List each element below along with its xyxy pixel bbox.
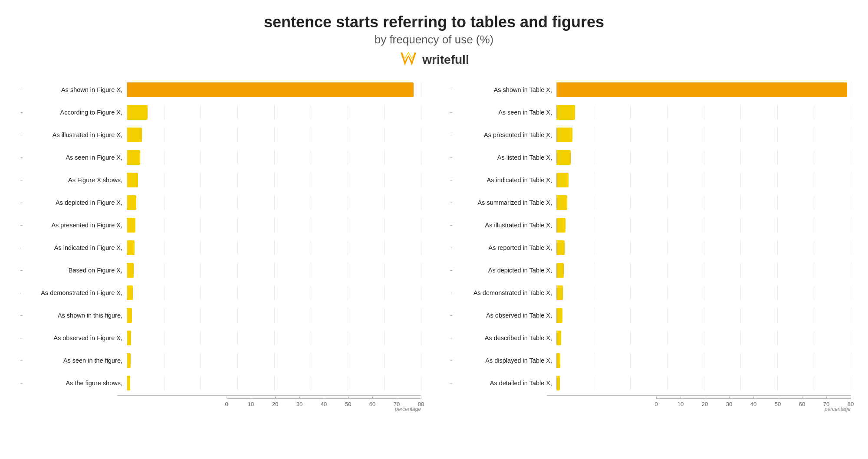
x-tick-label: 10 — [248, 401, 254, 407]
chart-row: As illustrated in Figure X, — [17, 124, 421, 146]
bar-container — [127, 150, 421, 165]
bar — [557, 195, 567, 210]
bar — [127, 218, 135, 233]
bar-label: As seen in Figure X, — [23, 154, 127, 162]
bar-container — [556, 128, 851, 142]
chart-row: As the figure shows, — [17, 372, 421, 394]
bar — [557, 308, 562, 323]
bar-label: As shown in Table X, — [452, 86, 556, 94]
chart-row: As depicted in Table X, — [447, 259, 851, 282]
bar-container — [127, 173, 421, 187]
chart-row: As seen in Table X, — [447, 101, 851, 124]
bar-container — [556, 376, 851, 390]
chart-row: As summarized in Table X, — [447, 191, 851, 214]
bar-container — [556, 150, 851, 165]
bar-label: As reported in Table X, — [452, 244, 556, 252]
bar — [557, 285, 563, 300]
bar-label: As Figure X shows, — [23, 176, 127, 184]
bar-label: As summarized in Table X, — [452, 199, 556, 207]
bar-label: As seen in Table X, — [452, 108, 556, 117]
bar-label: As presented in Figure X, — [23, 221, 127, 230]
bar — [557, 240, 565, 255]
chart-row: As seen in the figure, — [17, 349, 421, 372]
x-tick-label: 60 — [799, 401, 805, 407]
chart-row: As depicted in Figure X, — [17, 191, 421, 214]
bar-container — [127, 308, 421, 323]
bar-container — [556, 173, 851, 187]
table-axis-label: percentage — [825, 406, 851, 412]
logo-text: writefull — [422, 53, 469, 67]
chart-row: As displayed in Table X, — [447, 349, 851, 372]
bar-container — [127, 240, 421, 255]
chart-row: As shown in Table X, — [447, 79, 851, 101]
x-tick-label: 0 — [225, 401, 228, 407]
bar — [557, 150, 571, 165]
bar-label: As illustrated in Figure X, — [23, 131, 127, 139]
bar — [127, 240, 135, 255]
bar-label: As depicted in Figure X, — [23, 199, 127, 207]
chart-title: sentence starts referring to tables and … — [17, 13, 851, 31]
bar-container — [556, 82, 851, 97]
bar — [127, 195, 136, 210]
chart-row: As presented in Figure X, — [17, 214, 421, 236]
bar-label: As indicated in Table X, — [452, 176, 556, 184]
bar-label: As detailed in Table X, — [452, 379, 556, 387]
bar-container — [556, 308, 851, 323]
chart-row: As observed in Figure X, — [17, 327, 421, 349]
x-tick-label: 60 — [369, 401, 375, 407]
bar-container — [127, 285, 421, 300]
bar-label: As demonstrated in Table X, — [452, 289, 556, 297]
bar-container — [127, 376, 421, 390]
bar — [557, 128, 572, 142]
bar — [557, 353, 560, 368]
x-tick-label: 20 — [702, 401, 708, 407]
table-x-axis: 01020304050607080percentage — [547, 395, 851, 408]
bar-label: As demonstrated in Figure X, — [23, 289, 127, 297]
bar-label: As displayed in Table X, — [452, 357, 556, 365]
chart-row: As described in Table X, — [447, 327, 851, 349]
figure-bars: As shown in Figure X,According to Figure… — [17, 79, 421, 394]
chart-row: As detailed in Table X, — [447, 372, 851, 394]
bar-label: As shown in this figure, — [23, 311, 127, 320]
x-tick-label: 30 — [296, 401, 302, 407]
chart-row: As shown in this figure, — [17, 304, 421, 327]
chart-row: As Figure X shows, — [17, 169, 421, 191]
bar — [557, 173, 569, 187]
bar — [557, 376, 560, 390]
bar-label: As seen in the figure, — [23, 357, 127, 365]
bar — [557, 263, 564, 278]
bar-label: Based on Figure X, — [23, 266, 127, 275]
x-tick-label: 40 — [321, 401, 327, 407]
bar-container — [127, 263, 421, 278]
bar-container — [556, 240, 851, 255]
bar-container — [556, 218, 851, 233]
bar — [127, 331, 131, 345]
table-chart: As shown in Table X,As seen in Table X,A… — [447, 79, 851, 408]
bar-label: As the figure shows, — [23, 379, 127, 387]
bar-container — [556, 263, 851, 278]
chart-row: As reported in Table X, — [447, 236, 851, 259]
logo-area: writefull — [17, 52, 851, 68]
bar-label: As described in Table X, — [452, 334, 556, 342]
bar — [127, 263, 134, 278]
chart-row: As demonstrated in Figure X, — [17, 282, 421, 304]
bar-label: As listed in Table X, — [452, 154, 556, 162]
x-tick-label: 0 — [654, 401, 658, 407]
chart-row: As demonstrated in Table X, — [447, 282, 851, 304]
x-tick-label: 50 — [775, 401, 781, 407]
bar-label: According to Figure X, — [23, 108, 127, 117]
figure-chart: As shown in Figure X,According to Figure… — [17, 79, 421, 408]
bar-label: As presented in Table X, — [452, 131, 556, 139]
bar-container — [127, 195, 421, 210]
chart-row: Based on Figure X, — [17, 259, 421, 282]
bar — [557, 105, 575, 120]
bar — [557, 331, 561, 345]
chart-row: As illustrated in Table X, — [447, 214, 851, 236]
bar — [127, 308, 132, 323]
bar-container — [127, 105, 421, 120]
bar-label: As depicted in Table X, — [452, 266, 556, 275]
chart-row: As listed in Table X, — [447, 146, 851, 169]
bar-label: As shown in Figure X, — [23, 86, 127, 94]
bar — [127, 376, 130, 390]
chart-subtitle: by frequency of use (%) — [17, 33, 851, 46]
